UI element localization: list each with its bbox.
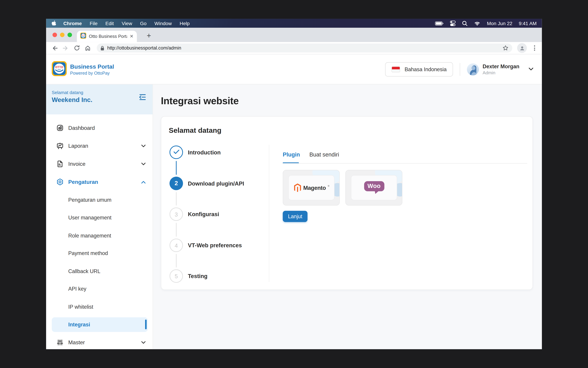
settings-icon [56, 178, 64, 186]
window-minimize-button[interactable] [60, 33, 64, 37]
address-bar[interactable]: http://ottobusinessportal.com/admin [97, 44, 512, 52]
sidebar-item-label: Master [68, 340, 85, 345]
chevron-up-icon [141, 180, 146, 184]
step-1-label[interactable]: Introduction [188, 149, 221, 156]
macos-menu-bar: Chrome File Edit View Go Window Help [46, 19, 542, 28]
step-3-circle[interactable]: 3 [170, 207, 183, 221]
bookmark-star-icon[interactable] [503, 45, 508, 51]
user-name: Dexter Morgan [483, 63, 519, 69]
user-avatar [467, 63, 479, 75]
sidebar-item-laporan[interactable]: Laporan [46, 137, 153, 155]
continue-button[interactable]: Lanjut [283, 211, 308, 222]
sidebar-item-master[interactable]: Master [46, 333, 153, 349]
brand-subtitle: Powered by OttoPay [70, 71, 114, 75]
spotlight-search-icon[interactable] [462, 20, 468, 26]
sidebar-item-pengaturan[interactable]: Pengaturan [46, 173, 153, 191]
woocommerce-logo: Woo [364, 181, 384, 194]
forward-icon[interactable] [63, 45, 69, 51]
wifi-icon[interactable] [474, 21, 480, 26]
active-item-indicator [145, 320, 147, 330]
step-4-label[interactable]: VT-Web preferences [188, 242, 242, 248]
lock-icon[interactable] [100, 46, 104, 50]
window-close-button[interactable] [53, 33, 57, 37]
menubar-app-name[interactable]: Chrome [63, 20, 82, 26]
sidebar-item-invoice[interactable]: Invoice [46, 155, 153, 173]
language-label: Bahasa Indonesia [405, 66, 446, 72]
sidebar-subitem-role-management[interactable]: Role management [46, 227, 153, 244]
step-connector [176, 161, 177, 175]
sidebar-subitem-user-management[interactable]: User management [46, 209, 153, 227]
sidebar-item-dashboard[interactable]: Dashboard [46, 119, 153, 137]
sidebar-collapse-icon[interactable] [138, 94, 147, 101]
sidebar-subitem-payment-method[interactable]: Payment method [46, 244, 153, 262]
home-icon[interactable] [85, 45, 91, 51]
app-header: OTTOPAY Business Portal Powered by OttoP… [46, 54, 542, 84]
menubar-item-edit[interactable]: Edit [105, 20, 114, 26]
chevron-down-icon [141, 144, 146, 148]
back-icon[interactable] [51, 45, 58, 51]
step-3-label[interactable]: Konfigurasi [188, 211, 219, 217]
step-4-circle[interactable]: 4 [170, 239, 183, 252]
user-role: Admin [483, 70, 519, 75]
svg-text:PAY: PAY [58, 68, 61, 70]
tab-close-icon[interactable]: ✕ [130, 34, 134, 38]
sidebar-item-label: Pengaturan [68, 179, 98, 185]
plugin-option-magento[interactable]: Magento® [283, 170, 340, 205]
menubar-item-go[interactable]: Go [140, 20, 147, 26]
menubar-item-file[interactable]: File [90, 20, 98, 26]
sidebar-subitem-ip-whitelist[interactable]: IP whitelist [46, 298, 153, 316]
brand: OTTOPAY Business Portal Powered by OttoP… [52, 61, 114, 77]
sidebar-nav: Dashboard Laporan [46, 114, 153, 349]
step-2-circle[interactable]: 2 [170, 177, 183, 190]
window-zoom-button[interactable] [68, 33, 72, 37]
menubar-clock[interactable]: 9:41 AM [519, 20, 537, 26]
menubar-item-help[interactable]: Help [180, 20, 190, 26]
tab-plugin[interactable]: Plugin [283, 151, 300, 157]
main-content: Integrasi website Selamat datang Introdu… [153, 84, 542, 349]
menubar-item-view[interactable]: View [122, 20, 132, 26]
screen: Chrome File Edit View Go Window Help [46, 19, 542, 349]
url-text[interactable]: http://ottobusinessportal.com/admin [107, 46, 499, 51]
browser-tab[interactable]: OTTO Otto Business Portal ✕ [77, 31, 137, 42]
wizard-heading: Selamat datang [169, 126, 221, 135]
step-number: 4 [175, 242, 178, 248]
new-tab-button[interactable]: + [144, 30, 154, 41]
svg-text:OTTO: OTTO [55, 65, 63, 68]
step-5-label[interactable]: Testing [188, 273, 208, 279]
header-divider [460, 63, 460, 75]
menubar-item-window[interactable]: Window [154, 20, 172, 26]
chevron-down-icon[interactable] [528, 68, 534, 71]
battery-icon[interactable] [435, 21, 444, 25]
tab-title: Otto Business Portal [89, 34, 127, 39]
sidebar-subitem-integrasi[interactable]: Integrasi [46, 316, 153, 333]
sidebar-subitem-pengaturan-umum[interactable]: Pengaturan umum [46, 191, 153, 209]
language-selector-button[interactable]: Bahasa Indonesia [385, 62, 453, 76]
step-connector [176, 254, 177, 267]
step-2-label[interactable]: Download plugin/API [188, 180, 244, 187]
menubar-date[interactable]: Mon Jun 22 [487, 20, 512, 26]
invoice-icon [56, 160, 64, 168]
sidebar-subitem-callback-url[interactable]: Callback URL [46, 262, 153, 280]
ottopay-logo: OTTOPAY [52, 61, 67, 77]
sidebar-welcome-panel: Selamat datang Weekend Inc. [46, 84, 153, 114]
step-1-circle[interactable] [170, 146, 183, 159]
sidebar-item-label: Dashboard [68, 125, 95, 131]
apple-menu-icon[interactable] [51, 20, 56, 26]
tab-bottom-border [283, 163, 527, 164]
card-divider [269, 145, 269, 282]
browser-menu-icon[interactable] [532, 46, 537, 51]
user-menu[interactable]: Dexter Morgan Admin [467, 63, 534, 75]
tab-buat-sendiri[interactable]: Buat sendiri [309, 151, 339, 157]
svg-text:OTTO: OTTO [81, 34, 85, 36]
chevron-down-icon [141, 341, 146, 344]
browser-profile-icon[interactable] [517, 43, 527, 53]
report-icon [56, 142, 64, 150]
sidebar-subitem-api-key[interactable]: API key [46, 280, 153, 298]
step-number: 2 [174, 180, 178, 187]
plugin-option-woocommerce[interactable]: Woo [345, 170, 402, 205]
reload-icon[interactable] [74, 45, 80, 51]
step-5-circle[interactable]: 5 [170, 269, 183, 283]
control-center-icon[interactable] [450, 20, 456, 26]
company-name: Weekend Inc. [52, 96, 147, 104]
sliders-icon [56, 339, 64, 346]
